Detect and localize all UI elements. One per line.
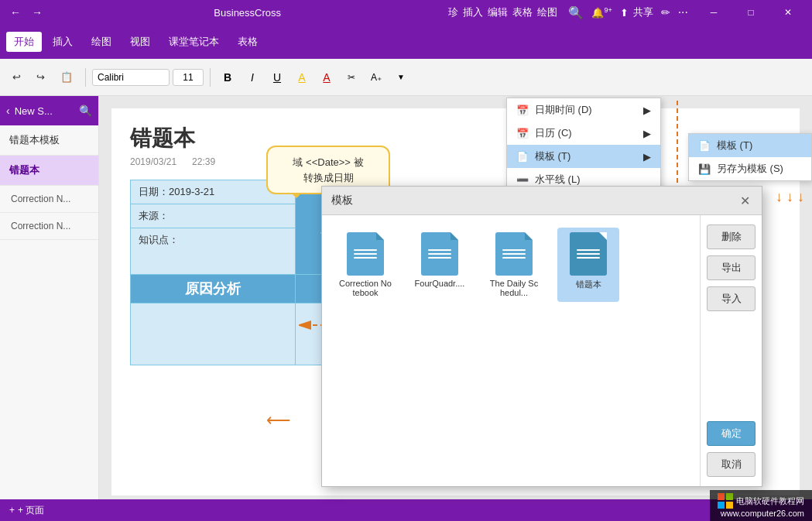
source-cell: 来源： xyxy=(131,204,296,228)
nav-buttons: ← → xyxy=(6,3,46,22)
sec-menu-edit[interactable]: 编辑 xyxy=(488,5,508,19)
callout-text: 域 <<Date>> 被转换成日期 xyxy=(293,156,363,183)
line11 xyxy=(577,253,600,255)
delete-button[interactable]: 删除 xyxy=(707,225,755,249)
template-icon-fourquad xyxy=(421,232,458,276)
template-item-fourquad[interactable]: FourQuadr.... xyxy=(409,228,471,302)
sub-save-label: 另存为模板 (S) xyxy=(717,162,783,176)
font-selector[interactable] xyxy=(92,69,170,86)
template-icon-lines xyxy=(354,249,377,259)
menu-item-draw[interactable]: 绘图 xyxy=(84,32,119,52)
menu-item-notebook[interactable]: 课堂笔记本 xyxy=(161,32,227,52)
titlebar-left: ← → xyxy=(6,3,46,22)
sub-menu-template[interactable]: 📄 模板 (T) xyxy=(689,134,811,157)
analysis-cell: 原因分析 xyxy=(131,275,296,303)
export-button[interactable]: 导出 xyxy=(707,255,755,280)
template-item-cuoti[interactable]: 错题本 xyxy=(557,228,619,302)
sidebar-item-correction1[interactable]: Correction N... xyxy=(0,186,98,213)
template-item-daily[interactable]: The Daily Schedul... xyxy=(483,228,545,302)
confirm-button[interactable]: 确定 xyxy=(707,421,755,446)
sub-template-label: 模板 (T) xyxy=(717,139,752,153)
modal-body: Correction Notebook FourQuadr.... xyxy=(322,215,762,486)
clipboard-button[interactable]: 📋 xyxy=(54,68,79,86)
sidebar-item-notebook[interactable]: 错题本 xyxy=(0,156,98,186)
template-label-cuoti: 错题本 xyxy=(576,279,601,290)
watermark-site: www.computer26.com xyxy=(721,509,804,518)
sidebar-title: New S... xyxy=(15,105,53,117)
modal-sidebar: 删除 导出 导入 确定 取消 xyxy=(700,215,762,486)
bell-icon: 🔔9+ xyxy=(591,6,612,19)
menu-horizontal-label: 水平线 (L) xyxy=(535,173,581,187)
sidebar-search-icon[interactable]: 🔍 xyxy=(79,105,92,117)
line12 xyxy=(577,257,600,259)
template-sub-dropdown[interactable]: 📄 模板 (T) 💾 另存为模板 (S) xyxy=(688,133,812,181)
template-icon-daily xyxy=(495,232,533,276)
template-label-correction: Correction Notebook xyxy=(339,279,392,297)
sidebar-item-template[interactable]: 错题本模板 xyxy=(0,125,98,156)
modal-close-button[interactable]: ✕ xyxy=(737,193,752,208)
sec-menu-insert[interactable]: 插入 xyxy=(463,5,483,19)
template-label-fourquad: FourQuadr.... xyxy=(415,279,465,288)
line10 xyxy=(577,249,600,251)
arrow-icon-3: ▶ xyxy=(643,151,651,163)
underline-button[interactable]: U xyxy=(266,67,288,88)
sec-menu-zhen[interactable]: 珍 xyxy=(448,5,458,19)
app-title: BusinessCross xyxy=(46,7,448,19)
sub-save-icon: 💾 xyxy=(698,163,711,175)
edit-icon[interactable]: ✏ xyxy=(661,6,670,19)
bold-button[interactable]: B xyxy=(217,67,238,88)
highlight-button[interactable]: A xyxy=(291,67,313,88)
template-modal[interactable]: 模板 ✕ Correction Notebook xyxy=(321,186,762,487)
menu-calendar[interactable]: 📅 日历 (C) ▶ xyxy=(507,122,660,145)
page-time: 22:39 xyxy=(192,156,215,167)
bottombar: + + 页面 xyxy=(0,499,812,521)
italic-button[interactable]: I xyxy=(242,67,263,88)
style-button[interactable]: A₊ xyxy=(365,67,387,88)
share-icon[interactable]: ⬆ xyxy=(620,7,629,19)
eraser-button[interactable]: ✂ xyxy=(341,67,362,88)
add-page-label: + 页面 xyxy=(18,504,44,517)
share-label[interactable]: 共享 xyxy=(633,5,653,19)
titlebar: ← → BusinessCross 珍 插入 编辑 表格 绘图 🔍 🔔9+ ⬆ … xyxy=(0,0,812,25)
menu-template-label: 模板 (T) xyxy=(535,149,570,163)
sec-menu-table[interactable]: 表格 xyxy=(512,5,533,19)
sub-menu-save-template[interactable]: 💾 另存为模板 (S) xyxy=(689,157,811,180)
menu-template[interactable]: 📄 模板 (T) ▶ xyxy=(507,145,660,168)
sidebar-item-correction2[interactable]: Correction N... xyxy=(0,213,98,240)
close-button[interactable]: ✕ xyxy=(770,0,806,25)
search-icon: 🔍 xyxy=(568,5,584,20)
sidebar-back-icon[interactable]: ‹ xyxy=(6,105,10,117)
font-color-button[interactable]: A xyxy=(316,67,337,88)
template-icon-cuoti xyxy=(570,232,607,276)
redo-button[interactable]: ↪ xyxy=(30,68,51,86)
menu-calendar-label: 日历 (C) xyxy=(535,126,572,140)
minimize-button[interactable]: ─ xyxy=(696,0,731,25)
watermark-badge: 电脑软硬件教程网 www.computer26.com xyxy=(710,490,812,521)
menu-item-insert[interactable]: 插入 xyxy=(45,32,81,52)
calendar-icon: 📅 xyxy=(516,128,529,139)
template-icon-lines-2 xyxy=(428,249,451,259)
undo-button[interactable]: ↩ xyxy=(6,68,27,86)
font-size-input[interactable] xyxy=(173,69,204,86)
analysis-content[interactable] xyxy=(131,303,296,365)
dropdown-button[interactable]: ▼ xyxy=(390,67,412,88)
sec-menu-draw[interactable]: 绘图 xyxy=(537,5,557,19)
restore-button[interactable]: □ xyxy=(733,0,769,25)
back-button[interactable]: ← xyxy=(6,3,25,22)
sidebar: ‹ New S... 🔍 错题本模板 错题本 Correction N... C… xyxy=(0,96,99,499)
titlebar-right: 珍 插入 编辑 表格 绘图 🔍 🔔9+ ⬆ 共享 ✏ ··· ─ □ ✕ xyxy=(448,0,806,25)
add-page-button[interactable]: + + 页面 xyxy=(9,504,44,517)
modal-titlebar: 模板 ✕ xyxy=(322,187,762,215)
template-item-correction[interactable]: Correction Notebook xyxy=(334,228,396,302)
import-button[interactable]: 导入 xyxy=(707,286,755,311)
cancel-button[interactable]: 取消 xyxy=(707,452,755,477)
separator-2 xyxy=(210,68,211,87)
line5 xyxy=(428,253,451,255)
menu-item-start[interactable]: 开始 xyxy=(6,32,42,52)
menu-item-view[interactable]: 视图 xyxy=(122,32,158,52)
page-meta: 2019/03/21 22:39 xyxy=(130,156,781,167)
more-button[interactable]: ··· xyxy=(678,5,688,19)
forward-button[interactable]: → xyxy=(28,3,46,22)
menu-datetime[interactable]: 📅 日期时间 (D) ▶ xyxy=(507,98,660,122)
menu-item-table[interactable]: 表格 xyxy=(230,32,266,52)
